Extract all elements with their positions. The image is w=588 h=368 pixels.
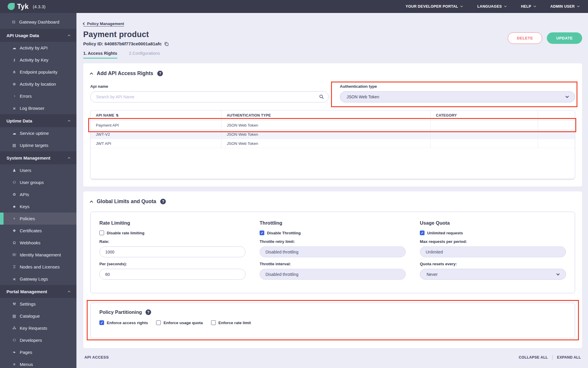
help-icon[interactable]: ? bbox=[157, 71, 163, 76]
menu-admin-user[interactable]: ADMIN USER bbox=[550, 4, 579, 9]
sidebar-section-api-usage-data[interactable]: API Usage Data bbox=[0, 29, 76, 42]
help-icon[interactable]: ? bbox=[146, 309, 151, 315]
enforce-usage-quota-checkbox[interactable] bbox=[156, 320, 161, 325]
expand-all-button[interactable]: EXPAND ALL bbox=[557, 355, 581, 359]
usage-quota-title: Usage Quota bbox=[420, 220, 566, 226]
collapse-section-icon[interactable] bbox=[90, 72, 93, 76]
seal-icon: ❖ bbox=[12, 228, 17, 233]
tab-bar: 1. Access Rights 2.Configurations bbox=[83, 51, 582, 59]
disable-rate-limiting-checkbox[interactable] bbox=[99, 231, 104, 235]
column-header-empty bbox=[538, 110, 575, 121]
users-icon: ⚇ bbox=[12, 338, 17, 342]
sidebar-item-errors[interactable]: ◔ Errors bbox=[0, 90, 76, 102]
unlimited-requests-checkbox[interactable] bbox=[420, 231, 425, 235]
sidebar-item-menus[interactable]: ≡ Menus bbox=[0, 358, 76, 368]
sort-icon[interactable]: ⇅ bbox=[116, 113, 119, 117]
sidebar-item-service-uptime[interactable]: ☁ Service uptime bbox=[0, 127, 76, 139]
tab-configurations[interactable]: 2.Configurations bbox=[129, 51, 160, 59]
sidebar-item-policies[interactable]: ♆ Policies bbox=[0, 213, 76, 225]
api-access-section-label: API ACCESS bbox=[84, 355, 109, 359]
rate-limiting-column: Rate Limiting Disable rate limiting Rate… bbox=[99, 220, 245, 284]
sidebar-item-activity-by-location[interactable]: ⊕ Activity by location bbox=[0, 78, 76, 90]
collapse-all-button[interactable]: COLLAPSE ALL bbox=[519, 355, 548, 359]
pie-chart-icon: ◔ bbox=[12, 94, 17, 98]
update-button[interactable]: UPDATE bbox=[547, 32, 582, 44]
enforce-access-rights-checkbox-row[interactable]: Enforce access rights bbox=[99, 320, 148, 325]
paw-icon: ⁂ bbox=[12, 326, 17, 330]
chevron-up-icon bbox=[68, 35, 70, 37]
sidebar-item-gateway-logs[interactable]: ж Gateway Logs bbox=[0, 273, 76, 285]
api-table: API NAME⇅ AUTHENTICATION TYPE CATEGORY P… bbox=[90, 110, 575, 179]
throttle-retry-limit-input: Disabled throttling bbox=[260, 246, 406, 257]
sidebar-item-uptime-targets[interactable]: ▤ Uptime targets bbox=[0, 139, 76, 151]
sidebar-item-certificates[interactable]: ❖ Certificates bbox=[0, 225, 76, 237]
disable-rate-limiting-checkbox-row[interactable]: Disable rate limiting bbox=[99, 231, 245, 235]
table-row-jwt-api[interactable]: JWT API JSON Web Token bbox=[91, 139, 575, 148]
enforce-rate-limit-checkbox[interactable] bbox=[211, 320, 216, 325]
tab-access-rights[interactable]: 1. Access Rights bbox=[83, 51, 117, 59]
rate-input[interactable] bbox=[99, 246, 245, 257]
sidebar-item-activity-by-api[interactable]: ☁ Activity by API bbox=[0, 42, 76, 54]
sidebar-item-keys[interactable]: ♣ Keys bbox=[0, 200, 76, 213]
rate-limiting-title: Rate Limiting bbox=[99, 220, 245, 226]
throttle-retry-limit-label: Throttle retry limit: bbox=[260, 239, 406, 244]
auth-type-select[interactable]: JSON Web Token bbox=[340, 91, 575, 102]
bank-icon: ♖ bbox=[12, 265, 17, 269]
api-name-search-input[interactable] bbox=[90, 91, 329, 102]
table-row-payment-api[interactable]: Payment API JSON Web Token bbox=[91, 121, 575, 130]
sidebar-item-webhooks[interactable]: Ω Webhooks bbox=[0, 237, 76, 249]
bug-icon: ж bbox=[12, 106, 17, 110]
sidebar-item-users[interactable]: ♟ Users bbox=[0, 164, 76, 176]
quota-resets-select[interactable]: Never bbox=[420, 269, 566, 280]
sidebar-item-identity-management[interactable]: ☏ Identity Management bbox=[0, 249, 76, 261]
sidebar-item-apis[interactable]: ⚙ APIs bbox=[0, 188, 76, 200]
tyk-logo[interactable]: Tyk (4.3.3) bbox=[8, 3, 46, 11]
menu-languages[interactable]: LANGUAGES bbox=[477, 4, 506, 9]
menu-help[interactable]: HELP bbox=[521, 4, 536, 9]
api-name-label: Api name bbox=[90, 84, 329, 89]
chevron-up-icon bbox=[68, 120, 70, 122]
list-icon: ▤ bbox=[12, 143, 17, 147]
sidebar-section-portal-management[interactable]: Portal Management bbox=[0, 285, 76, 298]
throttle-interval-input: Disabled throttling bbox=[260, 269, 406, 280]
sidebar-item-settings[interactable]: ⚒ Settings bbox=[0, 298, 76, 310]
column-header-api-name[interactable]: API NAME⇅ bbox=[91, 110, 221, 121]
menu-developer-portal[interactable]: YOUR DEVELOPER PORTAL bbox=[405, 4, 462, 9]
sidebar-item-pages[interactable]: ❧ Pages bbox=[0, 346, 76, 358]
topbar-menu: YOUR DEVELOPER PORTAL LANGUAGES HELP ADM… bbox=[405, 4, 579, 9]
sidebar-item-catalogue[interactable]: ▤ Catalogue bbox=[0, 310, 76, 322]
chevron-down-icon bbox=[577, 5, 579, 7]
collapse-section-icon[interactable] bbox=[90, 200, 93, 204]
per-seconds-input[interactable] bbox=[99, 269, 245, 280]
back-icon bbox=[83, 22, 86, 25]
sidebar-item-nodes-and-licenses[interactable]: ♖ Nodes and Licenses bbox=[0, 261, 76, 273]
sidebar-item-key-requests[interactable]: ⁂ Key Requests bbox=[0, 322, 76, 334]
policy-id-label: Policy ID: 640857b6f773ce0001a81afc bbox=[83, 41, 162, 46]
delete-button[interactable]: DELETE bbox=[508, 32, 542, 44]
chevron-down-icon bbox=[460, 5, 463, 7]
sidebar-item-endpoint-popularity[interactable]: ⋔ Endpoint popularity bbox=[0, 66, 76, 78]
enforce-access-rights-checkbox[interactable] bbox=[99, 320, 104, 325]
enforce-usage-quota-checkbox-row[interactable]: Enforce usage quota bbox=[156, 320, 203, 325]
table-row-jwt-v2[interactable]: JWT-V2 JSON Web Token bbox=[91, 130, 575, 139]
unlimited-requests-checkbox-row[interactable]: Unlimited requests bbox=[420, 231, 566, 235]
enforce-rate-limit-checkbox-row[interactable]: Enforce rate limit bbox=[211, 320, 251, 325]
sidebar-item-log-browser[interactable]: ж Log Browser bbox=[0, 102, 76, 114]
sidebar-item-developers[interactable]: ⚇ Developers bbox=[0, 334, 76, 346]
max-requests-input: Unlimited bbox=[420, 246, 566, 257]
sidebar-item-user-groups[interactable]: ⚇ User groups bbox=[0, 176, 76, 188]
sidebar-item-gateway-dashboard[interactable]: ⊡ Gateway Dashboard bbox=[0, 15, 76, 29]
policy-partitioning-panel: Policy Partitioning ? Enforce access rig… bbox=[90, 303, 575, 338]
copy-icon[interactable] bbox=[164, 42, 169, 46]
cloud-icon: ☁ bbox=[12, 131, 17, 135]
disable-throttling-checkbox-row[interactable]: Disable Throttling bbox=[260, 231, 406, 235]
help-icon[interactable]: ? bbox=[160, 199, 166, 204]
sidebar-section-system-management[interactable]: System Management bbox=[0, 151, 76, 164]
sidebar-item-activity-by-key[interactable]: ⚷ Activity by Key bbox=[0, 54, 76, 66]
disable-throttling-checkbox[interactable] bbox=[260, 231, 264, 235]
bell-icon: Ω bbox=[12, 241, 17, 245]
breadcrumb[interactable]: Policy Management bbox=[83, 21, 124, 26]
leaf-icon: ❧ bbox=[12, 350, 17, 354]
globe-icon: ⊕ bbox=[12, 82, 17, 86]
sidebar-section-uptime-data[interactable]: Uptime Data bbox=[0, 114, 76, 127]
